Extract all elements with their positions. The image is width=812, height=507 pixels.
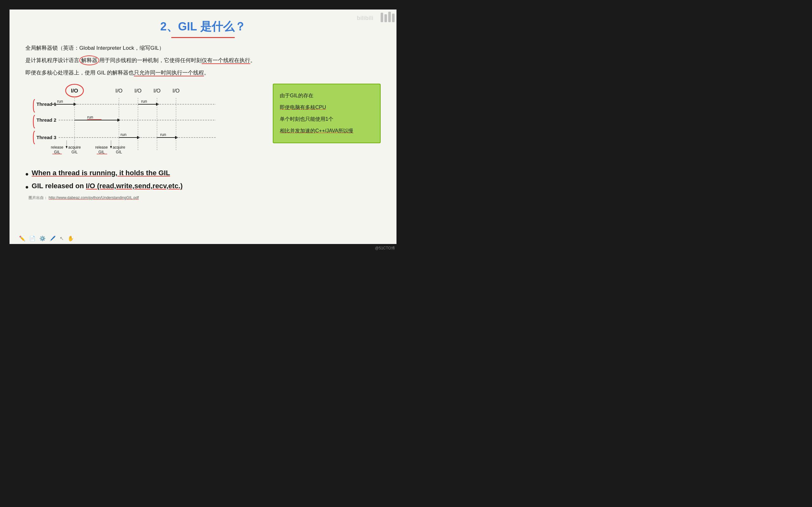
text-line-2: 是计算机程序设计语言解释器用于同步线程的一种机制，它使得任何时刻仅有一个线程在执… <box>26 55 380 65</box>
svg-text:acquire: acquire <box>68 145 81 150</box>
svg-text:run: run <box>160 132 166 137</box>
hand-icon[interactable]: ✋ <box>67 235 74 241</box>
green-box: 由于GIL的存在 即使电脑有多核CPU 单个时刻也只能使用1个 相比并发加速的C… <box>273 83 380 144</box>
toolbar: ✏️ 📄 ⚙️ 🖊️ ↖ ✋ <box>19 235 74 241</box>
svg-text:I/O: I/O <box>172 88 180 94</box>
svg-text:I/O: I/O <box>154 88 161 94</box>
text-line-1: 全局解释器锁（英语：Global Interpreter Lock，缩写GIL） <box>26 44 380 52</box>
settings-icon[interactable]: ⚙️ <box>39 235 46 241</box>
cursor-icon[interactable]: ↖ <box>60 235 64 241</box>
watermark-bottom: @51CTO博 <box>375 245 395 251</box>
bullet-dot-1: • <box>26 169 29 180</box>
diagram-area: I/O I/O I/O I/O I/O Thread 1 <box>26 80 266 166</box>
svg-text:acquire: acquire <box>113 145 125 150</box>
svg-rect-54 <box>392 14 395 22</box>
slide-title: 2、GIL 是什么？ <box>26 19 380 35</box>
green-line-4-text: 相比并发加速的C++/JAVA所以慢 <box>280 128 353 133</box>
bullets-section: • When a thread is running, it holds the… <box>26 169 380 193</box>
source-citation: 图片出自： http://www.dabeaz.com/python/Under… <box>26 195 380 201</box>
svg-marker-50 <box>110 146 112 149</box>
svg-rect-52 <box>385 14 387 22</box>
svg-text:release: release <box>95 145 108 150</box>
svg-text:I/O: I/O <box>135 88 142 94</box>
source-label: 图片出自： <box>29 195 48 200</box>
svg-text:bilibili: bilibili <box>357 15 373 21</box>
watermark-logo: bilibili <box>357 11 395 25</box>
text-line-3: 即便在多核心处理器上，使用 GIL 的解释器也只允许同一时间执行一个线程。 <box>26 68 380 77</box>
pen-icon[interactable]: 🖊️ <box>49 235 56 241</box>
circle-interpreter: 解释器 <box>79 55 99 65</box>
svg-text:GIL: GIL <box>71 150 78 154</box>
svg-text:run: run <box>120 132 126 137</box>
svg-text:GIL: GIL <box>98 150 105 154</box>
green-line-3: 单个时刻也只能使用1个 <box>280 113 374 124</box>
text-icon[interactable]: 📄 <box>29 235 36 241</box>
svg-text:run: run <box>57 99 63 104</box>
svg-rect-53 <box>388 12 391 22</box>
svg-text:I/O: I/O <box>71 88 78 94</box>
bullet-2: • GIL released on I/O (read,write,send,r… <box>26 182 380 193</box>
green-line-2: 即使电脑有多核CPU <box>280 102 374 113</box>
bullet-dot-2: • <box>26 182 29 193</box>
pencil-icon[interactable]: ✏️ <box>19 235 26 241</box>
right-panel: 由于GIL的存在 即使电脑有多核CPU 单个时刻也只能使用1个 相比并发加速的C… <box>273 80 380 166</box>
source-url: http://www.dabeaz.com/python/Understandi… <box>49 195 139 200</box>
svg-text:GIL: GIL <box>116 150 122 154</box>
svg-text:Thread 2: Thread 2 <box>37 117 56 123</box>
green-line-4: 相比并发加速的C++/JAVA所以慢 <box>280 125 374 136</box>
svg-text:I/O: I/O <box>115 88 123 94</box>
slide: 2、GIL 是什么？ 全局解释器锁（英语：Global Interpreter … <box>9 9 397 244</box>
title-underline <box>171 37 235 38</box>
bullet-1: • When a thread is running, it holds the… <box>26 169 380 180</box>
bullet-1-text: When a thread is running, it holds the G… <box>32 169 170 177</box>
svg-text:GIL: GIL <box>54 150 60 154</box>
svg-text:run: run <box>141 99 147 104</box>
svg-text:Thread 3: Thread 3 <box>37 135 56 140</box>
svg-marker-48 <box>66 146 67 149</box>
green-line-1: 由于GIL的存在 <box>280 90 374 101</box>
main-area: I/O I/O I/O I/O I/O Thread 1 <box>26 80 380 166</box>
bullet-2-text: GIL released on I/O (read,write,send,rec… <box>32 182 183 190</box>
svg-rect-51 <box>380 13 383 22</box>
svg-text:run: run <box>87 115 93 119</box>
svg-text:release: release <box>51 145 63 150</box>
thread-diagram: I/O I/O I/O I/O I/O Thread 1 <box>26 80 241 164</box>
green-line-2-text: 即使电脑有多核CPU <box>280 105 326 110</box>
